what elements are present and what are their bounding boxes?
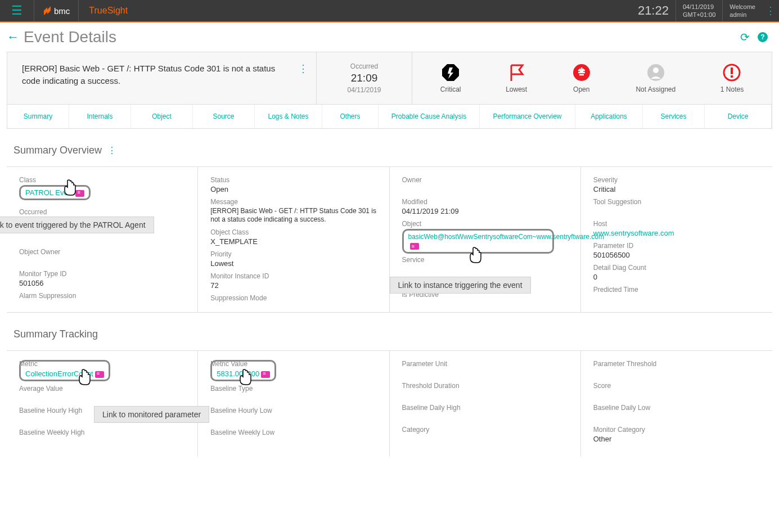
- severity-label: Severity: [593, 176, 760, 184]
- baseline-daily-high-label: Baseline Daily High: [402, 404, 568, 412]
- refresh-icon[interactable]: ⟳: [740, 30, 750, 44]
- host-label: Host: [593, 220, 760, 228]
- monitor-instance-id-value: 72: [210, 281, 376, 290]
- object-class-value: X_TEMPLATE: [210, 237, 376, 246]
- class-label: Class: [19, 176, 185, 184]
- back-arrow-icon[interactable]: ←: [7, 30, 19, 44]
- header-user-block[interactable]: Welcome admin: [723, 0, 762, 21]
- priority-badge-label: Lowest: [506, 85, 527, 93]
- tracking-col-4: Parameter Threshold Score Baseline Daily…: [581, 351, 772, 457]
- object-owner-label: Object Owner: [19, 248, 185, 256]
- severity-badge-label: Critical: [440, 85, 461, 93]
- tab-probable-cause[interactable]: Probable Cause Analysis: [379, 105, 480, 128]
- baseline-daily-low-label: Baseline Daily Low: [593, 404, 760, 412]
- object-class-label: Object Class: [210, 228, 376, 236]
- hamburger-menu-icon[interactable]: ☰: [0, 3, 34, 18]
- header-date: 04/11/2019: [683, 3, 715, 11]
- summary-tracking-grid: Metric CollectionErrorCount Average Valu…: [7, 350, 772, 457]
- suppression-mode-label: Suppression Mode: [210, 294, 376, 302]
- bmc-logo-icon: [43, 6, 52, 15]
- page-header: ← Event Details ⟳ ?: [0, 22, 779, 52]
- host-link[interactable]: www.sentrysoftware.com: [593, 229, 674, 237]
- baseline-hourly-low-label: Baseline Hourly Low: [210, 407, 376, 414]
- object-label: Object: [402, 220, 568, 228]
- overview-more-icon[interactable]: ⋮: [107, 145, 116, 156]
- tab-device[interactable]: Device: [705, 105, 772, 128]
- modified-value: 04/11/2019 21:09: [402, 207, 568, 215]
- tab-services[interactable]: Services: [643, 105, 705, 128]
- cursor-icon: [238, 369, 253, 389]
- occurred-date: 04/11/2019: [327, 86, 402, 94]
- object-link[interactable]: basicWeb@hostWwwSentrysoftwareCom~www.se…: [408, 233, 604, 250]
- occurred-panel: Occurred 21:09 04/11/2019: [317, 52, 412, 104]
- welcome-label: Welcome: [730, 3, 755, 11]
- svg-point-5: [653, 67, 659, 73]
- header-more-icon[interactable]: ⋮: [762, 4, 779, 17]
- monitor-type-id-value: 501056: [19, 279, 185, 287]
- metric-value-highlight: CollectionErrorCount: [19, 360, 110, 381]
- overview-col-3: Owner Modified 04/11/2019 21:09 Object b…: [390, 167, 581, 312]
- event-summary-card: [ERROR] Basic Web - GET /: HTTP Status C…: [7, 52, 772, 105]
- event-message-more-icon[interactable]: ⋮: [298, 62, 308, 75]
- severity-value: Critical: [593, 185, 760, 193]
- summary-overview-grid: Class PATROL Event Occurred 04/11/2019 2…: [7, 166, 772, 313]
- service-label: Service: [402, 256, 568, 264]
- baseline-weekly-low-label: Baseline Weekly Low: [210, 429, 376, 436]
- person-icon: [646, 63, 665, 82]
- monitor-type-id-label: Monitor Type ID: [19, 270, 185, 278]
- status-badge: * Open: [572, 63, 591, 93]
- cursor-icon: [63, 179, 78, 200]
- notes-badge: 1 Notes: [721, 63, 744, 93]
- summary-overview-title: Summary Overview ⋮: [13, 145, 779, 156]
- baseline-type-label: Baseline Type: [210, 385, 376, 393]
- open-icon: *: [572, 63, 591, 82]
- severity-badge: Critical: [440, 63, 461, 93]
- svg-marker-0: [44, 6, 51, 15]
- event-message-panel: [ERROR] Basic Web - GET /: HTTP Status C…: [7, 52, 317, 104]
- critical-icon: [441, 63, 460, 82]
- status-badge-label: Open: [573, 85, 589, 93]
- svg-text:*: *: [579, 65, 584, 79]
- event-message: [ERROR] Basic Web - GET /: HTTP Status C…: [22, 62, 310, 87]
- username: admin: [730, 11, 755, 19]
- monitor-instance-id-label: Monitor Instance ID: [210, 272, 376, 280]
- tab-source[interactable]: Source: [193, 105, 255, 128]
- message-label: Message: [210, 198, 376, 206]
- parameter-threshold-label: Parameter Threshold: [593, 360, 760, 368]
- tab-internals[interactable]: Internals: [69, 105, 131, 128]
- flag-icon: [507, 63, 526, 82]
- notes-badge-label: 1 Notes: [721, 85, 744, 93]
- tab-logs-notes[interactable]: Logs & Notes: [255, 105, 322, 128]
- class-value-highlight: PATROL Event: [19, 185, 91, 200]
- monitor-category-label: Monitor Category: [593, 426, 760, 434]
- tab-applications[interactable]: Applications: [575, 105, 643, 128]
- link-badge-icon: [410, 243, 419, 250]
- topbar: ☰ bmc TrueSight 21:22 04/11/2019 GMT+01:…: [0, 0, 779, 22]
- header-tz: GMT+01:00: [683, 11, 715, 19]
- header-time: 21:22: [631, 0, 676, 21]
- annotation-patrol: Link to event triggered by the PATROL Ag…: [0, 217, 154, 233]
- status-label: Status: [210, 176, 376, 184]
- category-label: Category: [402, 426, 568, 434]
- detail-diag-count-label: Detail Diag Count: [593, 264, 760, 272]
- tab-others[interactable]: Others: [322, 105, 379, 128]
- tab-performance[interactable]: Performance Overview: [480, 105, 575, 128]
- tab-object[interactable]: Object: [131, 105, 193, 128]
- owner-label: Owner: [402, 176, 568, 184]
- tab-summary[interactable]: Summary: [7, 105, 69, 128]
- help-icon[interactable]: ?: [758, 32, 768, 42]
- parameter-unit-label: Parameter Unit: [402, 360, 568, 368]
- alarm-suppression-label: Alarm Suppression: [19, 292, 185, 300]
- annotation-metric: Link to monitored parameter: [94, 406, 209, 423]
- tracking-col-1: Metric CollectionErrorCount Average Valu…: [7, 351, 198, 457]
- occurred-label: Occurred: [19, 208, 185, 216]
- brand-text: bmc: [54, 6, 70, 16]
- overview-col-4: Severity Critical Tool Suggestion Host w…: [581, 167, 772, 312]
- overview-col-1: Class PATROL Event Occurred 04/11/2019 2…: [7, 167, 198, 312]
- notes-icon: [722, 63, 741, 82]
- baseline-weekly-high-label: Baseline Weekly High: [19, 429, 185, 436]
- link-badge-icon: [95, 371, 104, 378]
- predicted-time-label: Predicted Time: [593, 286, 760, 294]
- detail-tabs: Summary Internals Object Source Logs & N…: [7, 105, 772, 129]
- assignee-badge: Not Assigned: [636, 63, 676, 93]
